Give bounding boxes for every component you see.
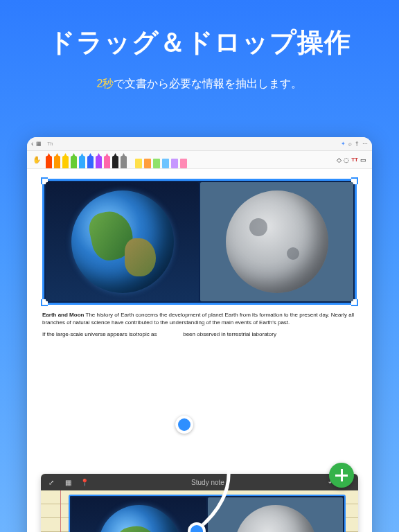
highlighter-yellow[interactable] bbox=[135, 159, 142, 168]
notes-grid-icon[interactable]: ▦ bbox=[63, 477, 73, 487]
highlighter-blue[interactable] bbox=[162, 159, 169, 168]
notes-margin-line bbox=[60, 490, 61, 532]
pen-toolbar: ✋ ◇ ◌ TT ▭ bbox=[27, 151, 372, 169]
selection-frame[interactable] bbox=[42, 179, 357, 305]
pin-icon[interactable]: 📍 bbox=[80, 477, 89, 487]
ai-icon[interactable]: ✦ bbox=[341, 141, 346, 147]
pen-blue[interactable] bbox=[87, 156, 94, 168]
doc-paragraph-2: If the large-scale universe appears isot… bbox=[42, 331, 357, 339]
toolbar-label: Th bbox=[47, 141, 53, 146]
subtitle-rest: で文書から必要な情報を抽出します。 bbox=[114, 78, 302, 89]
image-earth bbox=[46, 182, 199, 301]
pen-orange[interactable] bbox=[54, 156, 60, 168]
lasso-icon[interactable]: ◌ bbox=[344, 157, 349, 163]
export-icon[interactable]: ⇪ bbox=[355, 141, 360, 147]
notes-panel[interactable]: ⤢ ▦ 📍 Study note ↶ ✕ the history of eart… bbox=[41, 474, 358, 532]
highlighter-purple[interactable] bbox=[171, 159, 178, 168]
notes-toolbar: ⤢ ▦ 📍 Study note ↶ ✕ bbox=[41, 474, 358, 490]
highlighter-pink[interactable] bbox=[180, 159, 187, 168]
drag-handle-source[interactable] bbox=[175, 416, 193, 434]
text-tool-icon[interactable]: TT bbox=[351, 157, 358, 163]
notes-title: Study note bbox=[96, 479, 319, 486]
document-area: Earth and Moon The history of Earth conc… bbox=[27, 169, 372, 348]
menu-icon[interactable]: ⋯ bbox=[362, 141, 368, 147]
hero-title: ドラッグ＆ドロップ操作 bbox=[0, 0, 399, 60]
pen-gray[interactable] bbox=[121, 156, 127, 168]
dropped-image-earth bbox=[71, 497, 206, 532]
hero-subtitle: 2秒で文書から必要な情報を抽出します。 bbox=[0, 77, 399, 91]
dropped-image-moon bbox=[208, 497, 343, 532]
tablet-frame: ‹ ▦ Th ✦ ⌕ ⇪ ⋯ ✋ ◇ ◌ TT ▭ bbox=[27, 137, 372, 532]
pen-purple[interactable] bbox=[96, 156, 102, 168]
add-badge-icon bbox=[329, 463, 354, 488]
eraser-icon[interactable]: ◇ bbox=[337, 157, 342, 163]
subtitle-accent: 2秒 bbox=[97, 78, 114, 89]
expand-icon[interactable]: ⤢ bbox=[46, 477, 56, 487]
doc-paragraph-1: Earth and Moon The history of Earth conc… bbox=[42, 312, 357, 327]
search-icon[interactable]: ⌕ bbox=[348, 141, 352, 147]
shapes-icon[interactable]: ▭ bbox=[360, 157, 366, 163]
pen-cyan[interactable] bbox=[79, 156, 85, 168]
top-toolbar: ‹ ▦ Th ✦ ⌕ ⇪ ⋯ bbox=[27, 137, 372, 151]
pen-black[interactable] bbox=[112, 156, 118, 168]
highlighter-orange[interactable] bbox=[144, 159, 151, 168]
notes-body[interactable]: the history of earth concerns the develo… bbox=[41, 490, 358, 532]
drop-target-frame[interactable] bbox=[69, 495, 346, 532]
pen-yellow[interactable] bbox=[62, 156, 69, 168]
back-icon[interactable]: ‹ bbox=[31, 140, 33, 148]
highlighter-green[interactable] bbox=[153, 159, 160, 168]
pen-green[interactable] bbox=[71, 156, 77, 168]
pen-red[interactable] bbox=[46, 156, 52, 168]
tool-hand-icon[interactable]: ✋ bbox=[33, 156, 41, 163]
pen-pink[interactable] bbox=[104, 156, 110, 168]
grid-icon[interactable]: ▦ bbox=[36, 141, 42, 147]
image-moon bbox=[200, 182, 353, 301]
